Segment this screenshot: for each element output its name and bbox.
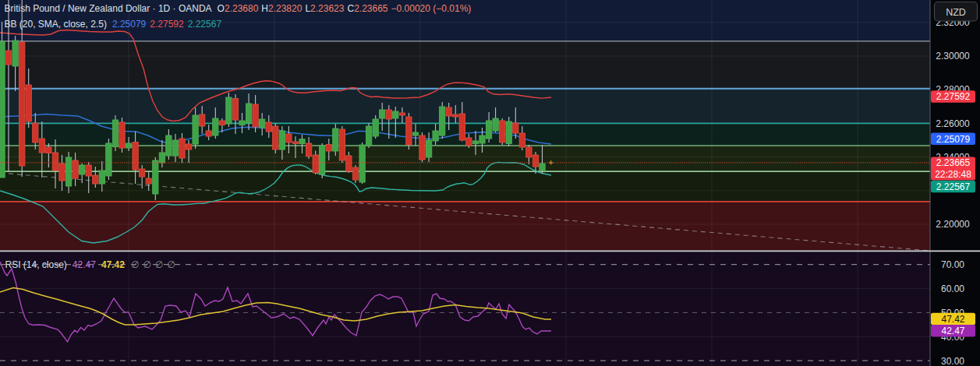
svg-text:2.27592: 2.27592: [936, 91, 971, 102]
svg-text:47.42: 47.42: [941, 314, 964, 325]
svg-text:22:28:48: 22:28:48: [935, 169, 971, 180]
svg-text:2.20000: 2.20000: [936, 219, 970, 230]
svg-text:British Pound / New Zealand Do: British Pound / New Zealand Dollar · 1D …: [5, 3, 472, 14]
svg-text:2.26000: 2.26000: [936, 118, 970, 129]
svg-text:RSI (14, close)42.4747.42∅∅∅∅: RSI (14, close)42.4747.42∅∅∅∅: [5, 259, 175, 270]
svg-text:BB (20, SMA, close, 2.5)2.2507: BB (20, SMA, close, 2.5)2.250792.275922.…: [5, 19, 222, 30]
svg-text:NZD: NZD: [946, 7, 966, 18]
svg-text:2.22567: 2.22567: [936, 181, 971, 192]
svg-text:2.25079: 2.25079: [936, 134, 971, 145]
svg-text:2.30000: 2.30000: [936, 51, 970, 62]
svg-text:70.00: 70.00: [941, 259, 964, 270]
svg-text:2.23665: 2.23665: [936, 157, 971, 168]
svg-text:42.47: 42.47: [941, 326, 964, 336]
svg-text:60.00: 60.00: [941, 283, 964, 294]
svg-text:30.00: 30.00: [941, 356, 964, 366]
